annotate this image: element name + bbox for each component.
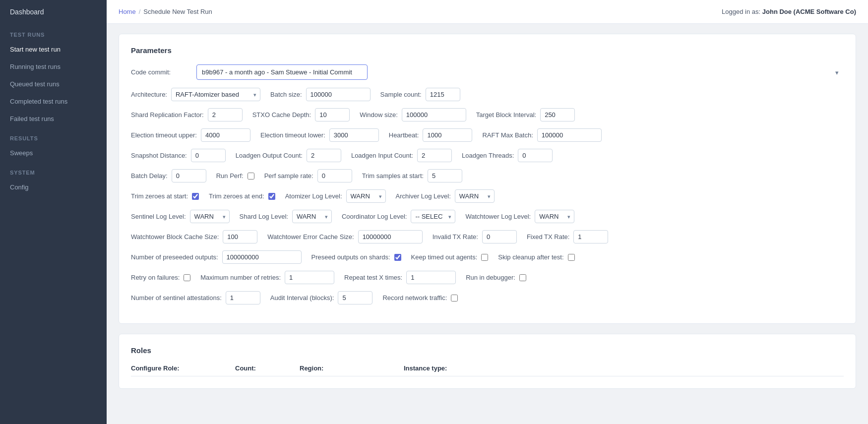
sample-count-input[interactable]	[426, 88, 460, 101]
batch-delay-input[interactable]	[172, 169, 206, 182]
roles-card: Roles Configure Role: Count: Region: Ins…	[119, 334, 856, 389]
stxo-cache-input[interactable]	[315, 108, 350, 121]
retry-failures-checkbox[interactable]	[184, 274, 190, 281]
field-audit-interval: Audit Interval (blocks):	[270, 291, 373, 304]
fixed-tx-label: Fixed TX Rate:	[527, 233, 569, 241]
loadgen-input-input[interactable]	[417, 149, 452, 162]
shard-log-select[interactable]: WARNINFODEBUGERROR	[292, 210, 332, 223]
raft-max-batch-input[interactable]	[537, 128, 602, 142]
invalid-tx-label: Invalid TX Rate:	[433, 233, 478, 241]
window-size-label: Window size:	[360, 111, 398, 119]
field-max-retries: Maximum number of retries:	[200, 271, 334, 284]
sidebar-item-start-new[interactable]: Start new test run	[0, 41, 107, 58]
audit-interval-input[interactable]	[338, 291, 372, 304]
watchtower-log-select[interactable]: WARNINFODEBUGERROR	[535, 210, 574, 223]
raft-max-batch-label: RAFT Max Batch:	[482, 131, 533, 139]
sentinel-log-select[interactable]: WARNINFODEBUGERROR	[190, 210, 230, 223]
watchtower-block-cache-input[interactable]	[223, 230, 257, 243]
sidebar-item-running[interactable]: Running test runs	[0, 58, 107, 75]
main-area: Home / Schedule New Test Run Logged in a…	[107, 0, 868, 424]
keep-timed-out-checkbox[interactable]	[481, 254, 488, 261]
coordinator-log-select[interactable]: -- SELECT --WARNINFODEBUG	[411, 210, 455, 223]
breadcrumb-home[interactable]: Home	[119, 8, 136, 15]
field-coordinator-log: Coordinator Log Level: -- SELECT --WARNI…	[342, 210, 456, 223]
target-block-label: Target Block Interval:	[476, 111, 536, 119]
shard-log-wrapper: WARNINFODEBUGERROR	[292, 210, 332, 223]
audit-interval-label: Audit Interval (blocks):	[270, 294, 334, 302]
loadgen-threads-input[interactable]	[518, 149, 553, 162]
watchtower-error-cache-input[interactable]	[358, 230, 423, 243]
row-batch-delay: Batch Delay: Run Perf: Perf sample rate:…	[131, 169, 844, 182]
trim-zeroes-start-label: Trim zeroes at start:	[131, 192, 188, 200]
election-lower-input[interactable]	[329, 128, 379, 142]
row-trim-zeroes: Trim zeroes at start: Trim zeroes at end…	[131, 189, 844, 203]
sentinel-attestations-input[interactable]	[226, 291, 260, 304]
snapshot-distance-label: Snapshot Distance:	[131, 152, 187, 159]
fixed-tx-input[interactable]	[573, 230, 608, 243]
sidebar-item-queued[interactable]: Queued test runs	[0, 75, 107, 93]
coordinator-log-wrapper: -- SELECT --WARNINFODEBUG	[411, 210, 455, 223]
shard-replication-input[interactable]	[208, 108, 243, 121]
field-loadgen-threads: Loadgen Threads:	[462, 149, 553, 162]
field-snapshot-distance: Snapshot Distance:	[131, 149, 226, 162]
repeat-test-input[interactable]	[406, 271, 456, 284]
trim-zeroes-start-checkbox[interactable]	[192, 193, 199, 200]
field-loadgen-input: Loadgen Input Count:	[351, 149, 452, 162]
run-perf-checkbox[interactable]	[248, 173, 254, 180]
target-block-input[interactable]	[540, 108, 575, 121]
run-debugger-checkbox[interactable]	[519, 274, 526, 281]
sentinel-log-wrapper: WARNINFODEBUGERROR	[190, 210, 230, 223]
election-upper-input[interactable]	[201, 128, 250, 142]
loadgen-output-input[interactable]	[307, 149, 341, 162]
field-run-debugger: Run in debugger:	[466, 274, 526, 281]
trim-samples-input[interactable]	[428, 169, 462, 182]
user-prefix: Logged in as:	[722, 8, 762, 15]
sidebar-section-system: SYSTEM	[0, 162, 107, 179]
roles-header: Configure Role: Count: Region: Instance …	[131, 364, 844, 376]
field-batch-delay: Batch Delay:	[131, 169, 206, 182]
code-commit-select[interactable]: b9b967 - a month ago - Sam Stuewe - Init…	[196, 64, 368, 80]
sidebar-item-failed[interactable]: Failed test runs	[0, 110, 107, 127]
perf-sample-rate-input[interactable]	[317, 169, 352, 182]
field-batch-size: Batch size:	[270, 88, 371, 101]
election-lower-label: Election timeout lower:	[260, 131, 325, 139]
window-size-input[interactable]	[402, 108, 466, 121]
batch-size-label: Batch size:	[270, 91, 302, 98]
row-sentinel-attestations: Number of sentinel attestations: Audit I…	[131, 291, 844, 304]
field-preseed-shards: Preseed outputs on shards:	[311, 253, 401, 261]
sidebar-item-config[interactable]: Config	[0, 179, 107, 196]
watchtower-log-wrapper: WARNINFODEBUGERROR	[535, 210, 574, 223]
field-stxo-cache: STXO Cache Depth:	[252, 108, 350, 121]
record-network-checkbox[interactable]	[451, 295, 458, 302]
preseed-shards-checkbox[interactable]	[394, 254, 401, 261]
skip-cleanup-checkbox[interactable]	[568, 254, 575, 261]
heartbeat-input[interactable]	[423, 128, 472, 142]
field-perf-sample-rate: Perf sample rate:	[264, 169, 352, 182]
preseed-outputs-input[interactable]	[222, 250, 302, 264]
sidebar-item-completed[interactable]: Completed test runs	[0, 93, 107, 110]
field-raft-max-batch: RAFT Max Batch:	[482, 128, 601, 142]
trim-samples-label: Trim samples at start:	[362, 172, 424, 180]
roles-col-configure: Configure Role:	[131, 364, 230, 372]
field-atomizer-log: Atomizer Log Level: WARNINFODEBUGERROR	[285, 189, 386, 203]
atomizer-log-select[interactable]: WARNINFODEBUGERROR	[346, 189, 386, 203]
field-target-block: Target Block Interval:	[476, 108, 575, 121]
field-election-lower: Election timeout lower:	[260, 128, 379, 142]
invalid-tx-input[interactable]	[482, 230, 517, 243]
batch-size-input[interactable]	[306, 88, 371, 101]
max-retries-input[interactable]	[285, 271, 334, 284]
sidebar-item-sweeps[interactable]: Sweeps	[0, 144, 107, 162]
run-debugger-label: Run in debugger:	[466, 274, 515, 281]
field-sentinel-attestations: Number of sentinel attestations:	[131, 291, 260, 304]
perf-sample-rate-label: Perf sample rate:	[264, 172, 313, 180]
row-preseed: Number of preseeded outputs: Preseed out…	[131, 250, 844, 264]
snapshot-distance-input[interactable]	[191, 149, 226, 162]
archiver-log-select[interactable]: WARNINFODEBUGERROR	[455, 189, 495, 203]
architecture-select[interactable]: RAFT-Atomizer based	[171, 88, 260, 101]
field-skip-cleanup: Skip cleanup after test:	[498, 253, 574, 261]
roles-col-count: Count:	[235, 364, 295, 372]
row-election: Election timeout upper: Election timeout…	[131, 128, 844, 142]
code-commit-label: Code commit:	[131, 68, 190, 76]
trim-zeroes-end-checkbox[interactable]	[268, 193, 275, 200]
sidebar-item-dashboard[interactable]: Dashboard	[0, 0, 107, 24]
